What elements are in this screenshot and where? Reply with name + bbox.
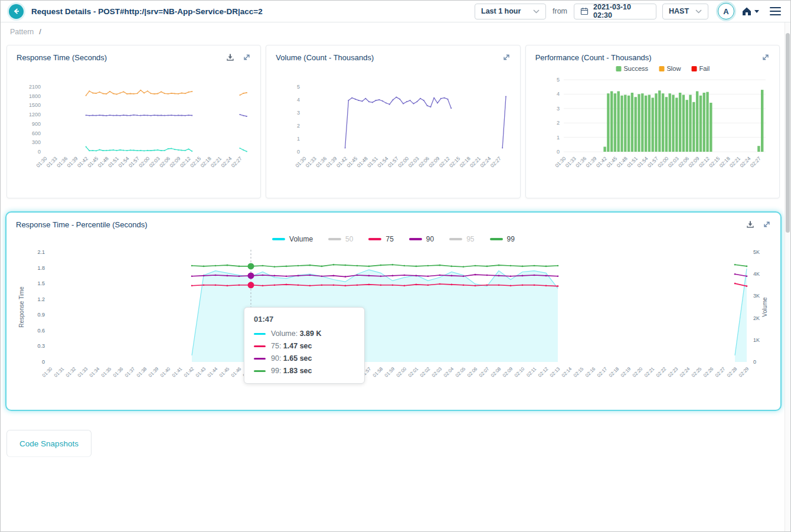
svg-text:2: 2 bbox=[297, 123, 300, 129]
legend-swatch bbox=[328, 238, 341, 240]
svg-text:01:33: 01:33 bbox=[45, 155, 58, 168]
context-select[interactable]: HAST bbox=[662, 4, 708, 19]
scrollbar-track[interactable] bbox=[785, 22, 790, 531]
svg-text:02:18: 02:18 bbox=[459, 155, 472, 168]
svg-text:02:00: 02:00 bbox=[397, 155, 410, 168]
svg-text:01:46: 01:46 bbox=[230, 366, 243, 378]
scrollbar-thumb[interactable] bbox=[786, 33, 790, 233]
svg-text:01:44: 01:44 bbox=[207, 366, 219, 378]
performance-card-title: Performance (Count - Thousands) bbox=[535, 53, 652, 62]
download-icon[interactable] bbox=[746, 220, 754, 229]
tooltip-series-swatch bbox=[254, 333, 266, 335]
svg-text:02:03: 02:03 bbox=[407, 155, 420, 168]
time-range-select[interactable]: Last 1 hour bbox=[475, 4, 546, 19]
svg-text:1500: 1500 bbox=[29, 102, 41, 108]
tooltip-series-swatch bbox=[254, 345, 266, 347]
svg-text:01:42: 01:42 bbox=[76, 155, 89, 168]
legend-swatch bbox=[490, 238, 503, 240]
svg-text:01:42: 01:42 bbox=[595, 155, 608, 168]
svg-text:02:24: 02:24 bbox=[220, 155, 233, 168]
response-time-chart[interactable]: 0300600900120015001800210001:3001:3301:3… bbox=[17, 63, 254, 192]
svg-text:Response Time: Response Time bbox=[18, 286, 25, 328]
svg-text:02:06: 02:06 bbox=[158, 155, 171, 168]
svg-text:02:15: 02:15 bbox=[448, 155, 461, 168]
svg-text:02:15: 02:15 bbox=[189, 155, 202, 168]
percentile-card: Response Time - Percentile (Seconds) Vol… bbox=[5, 211, 782, 411]
tab-code-snapshots-label: Code Snapshots bbox=[19, 439, 79, 448]
svg-text:02:24: 02:24 bbox=[479, 155, 492, 168]
svg-text:01:54: 01:54 bbox=[117, 155, 130, 168]
from-label: from bbox=[553, 7, 567, 15]
legend-label: 50 bbox=[345, 235, 353, 243]
svg-text:01:36: 01:36 bbox=[574, 155, 587, 168]
svg-text:01:58: 01:58 bbox=[372, 366, 384, 378]
svg-text:02:03: 02:03 bbox=[431, 366, 443, 378]
svg-text:01:32: 01:32 bbox=[65, 366, 77, 378]
back-button[interactable] bbox=[9, 4, 24, 19]
svg-text:02:12: 02:12 bbox=[537, 366, 550, 378]
svg-text:0: 0 bbox=[297, 149, 300, 155]
svg-text:1.8: 1.8 bbox=[37, 265, 45, 271]
svg-text:0: 0 bbox=[557, 149, 560, 155]
tooltip-rows: Volume: 3.89 K75: 1.47 sec90: 1.65 sec99… bbox=[254, 329, 355, 375]
svg-text:02:09: 02:09 bbox=[502, 366, 514, 378]
svg-text:02:06: 02:06 bbox=[466, 366, 479, 378]
svg-text:01:57: 01:57 bbox=[387, 155, 400, 168]
svg-text:02:05: 02:05 bbox=[455, 366, 467, 378]
svg-text:2100: 2100 bbox=[29, 84, 41, 90]
svg-text:02:18: 02:18 bbox=[718, 155, 731, 168]
svg-text:Volume: Volume bbox=[761, 297, 768, 317]
legend-item-volume[interactable]: Volume bbox=[272, 235, 313, 243]
svg-text:01:54: 01:54 bbox=[377, 155, 390, 168]
tooltip-row-text: 99: 1.83 sec bbox=[271, 367, 312, 375]
svg-text:02:15: 02:15 bbox=[708, 155, 721, 168]
svg-text:0: 0 bbox=[753, 359, 756, 365]
legend-item-50[interactable]: 50 bbox=[328, 235, 353, 243]
svg-text:02:26: 02:26 bbox=[702, 366, 715, 378]
svg-text:02:21: 02:21 bbox=[469, 155, 482, 168]
svg-text:02:12: 02:12 bbox=[438, 155, 451, 168]
svg-text:0: 0 bbox=[42, 359, 45, 365]
volume-card: Volume (Count - Thousands) 01234501:3001… bbox=[266, 45, 520, 198]
legend-item-75[interactable]: 75 bbox=[368, 235, 393, 243]
svg-text:01:35: 01:35 bbox=[100, 366, 113, 378]
volume-chart[interactable]: 01234501:3001:3301:3601:3901:4201:4501:4… bbox=[276, 63, 514, 192]
chart-tooltip: 01:47 Volume: 3.89 K75: 1.47 sec90: 1.65… bbox=[244, 307, 365, 384]
expand-icon[interactable] bbox=[502, 53, 511, 61]
breadcrumb-pattern[interactable]: Pattern bbox=[10, 28, 34, 36]
percentile-chart[interactable]: 00.30.60.91.21.51.82.101K2K3K4K5KRespons… bbox=[16, 244, 773, 404]
svg-text:1200: 1200 bbox=[29, 112, 41, 118]
svg-text:02:28: 02:28 bbox=[726, 366, 738, 378]
avatar[interactable]: A bbox=[718, 3, 734, 19]
svg-text:900: 900 bbox=[32, 121, 41, 127]
tab-code-snapshots[interactable]: Code Snapshots bbox=[6, 430, 91, 457]
home-menu[interactable] bbox=[741, 6, 759, 16]
menu-icon[interactable] bbox=[769, 6, 782, 17]
datetime-picker[interactable]: 2021-03-10 02:30 bbox=[574, 4, 656, 19]
svg-text:02:25: 02:25 bbox=[691, 366, 703, 378]
svg-text:02:24: 02:24 bbox=[679, 366, 691, 378]
svg-text:01:31: 01:31 bbox=[53, 366, 66, 378]
svg-text:02:22: 02:22 bbox=[655, 366, 668, 378]
expand-icon[interactable] bbox=[763, 220, 771, 229]
expand-icon[interactable] bbox=[761, 53, 770, 61]
expand-icon[interactable] bbox=[243, 53, 251, 61]
svg-text:02:27: 02:27 bbox=[489, 155, 502, 168]
svg-text:3: 3 bbox=[557, 106, 560, 112]
legend-item-99[interactable]: 99 bbox=[490, 235, 515, 243]
svg-text:01:51: 01:51 bbox=[366, 155, 379, 168]
tooltip-row-99: 99: 1.83 sec bbox=[254, 367, 355, 375]
svg-text:600: 600 bbox=[32, 130, 41, 136]
svg-text:01:37: 01:37 bbox=[124, 366, 136, 378]
tooltip-row-90: 90: 1.65 sec bbox=[254, 354, 355, 363]
performance-chart[interactable]: 012345SuccessSlowFail01:3001:3301:3601:3… bbox=[535, 63, 773, 192]
legend-item-90[interactable]: 90 bbox=[409, 235, 434, 243]
svg-text:02:23: 02:23 bbox=[667, 366, 679, 378]
download-icon[interactable] bbox=[226, 53, 234, 61]
top-bar: Request Details - POST#http:/|srv=NB-App… bbox=[1, 1, 790, 22]
svg-text:02:03: 02:03 bbox=[148, 155, 161, 168]
svg-text:02:27: 02:27 bbox=[748, 155, 761, 168]
svg-text:01:48: 01:48 bbox=[97, 155, 110, 168]
legend-item-95[interactable]: 95 bbox=[449, 235, 474, 243]
svg-text:02:18: 02:18 bbox=[200, 155, 213, 168]
